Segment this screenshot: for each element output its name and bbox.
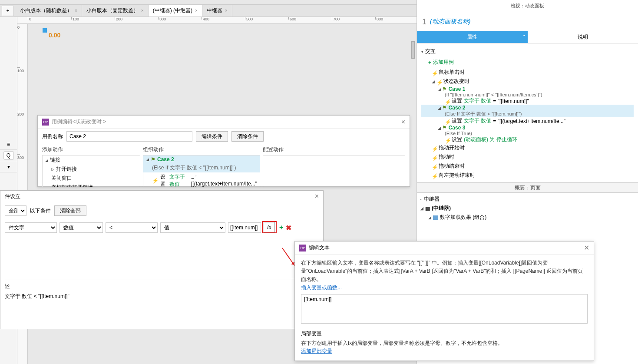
dialog2-title: 件设立 <box>5 193 20 200</box>
org-action-tree[interactable]: ◢⚑Case 2 (Else If 文字于 数值 < "[[Item.num]]… <box>143 155 260 187</box>
condition-summary: 述 文字于 数值 < "[[Item.num]]" <box>5 279 319 303</box>
event-drag[interactable]: ⚡拖动时 <box>421 152 634 162</box>
app-icon: RP <box>42 119 49 126</box>
help-text: 在下方编辑区输入文本，变量名称或表达式要写在 "[[""]]" 中。例如：插入变… <box>301 259 588 284</box>
edit-condition-button[interactable]: 编辑条件 <box>196 131 228 142</box>
value-type-select[interactable]: 值 <box>160 222 225 233</box>
outline-group[interactable]: ◢数字加载效果 (组合) <box>420 213 635 222</box>
case1[interactable]: ◢ ⚑ Case 1 <box>421 86 634 92</box>
case2[interactable]: ◢ ⚑ Case 2 <box>421 105 634 111</box>
inspector-header: 检视：动态面板 <box>417 0 638 12</box>
case2-cond: (Else If 文字于 数值 < "[[Item.num]]") <box>421 111 634 117</box>
close-icon[interactable]: × <box>195 8 198 13</box>
sidebar-tool-1[interactable]: ≡ <box>0 139 17 150</box>
minimap[interactable] <box>411 41 415 59</box>
case3-cond: (Else If True) <box>421 131 634 136</box>
event-drag-start[interactable]: ⚡拖动开始时 <box>421 143 634 152</box>
tab-label: (中继器) (中继器) <box>153 7 192 14</box>
case2-action[interactable]: ⚡ 设置 文字于 数值 = "[[(target.text+Item.num/I… <box>421 117 634 125</box>
condition-builder-dialog: 件设立 × 全部 以下条件 清除全部 件文字 数值 < 值 fx + ✖ 述 文… <box>0 190 324 329</box>
tab-properties[interactable]: 属性• <box>417 31 528 43</box>
match-select[interactable]: 全部 <box>5 205 26 216</box>
outline-body: ▫中继器 ◢▦(中继器) ◢数字加载效果 (组合) <box>417 193 638 224</box>
org-action-header: 组织动作 <box>143 144 260 155</box>
tab-0[interactable]: 小白版本（随机数差）× <box>16 5 82 17</box>
local-var-help: 在下方创建用于插入fx的局部变量，局部变量名称必须是字母、数字，不允许包含空格。 <box>301 339 588 347</box>
match-suffix-label: 以下条件 <box>30 207 51 215</box>
clear-condition-button[interactable]: 清除条件 <box>231 131 264 142</box>
tab-label: 小白版本（随机数差） <box>20 7 72 14</box>
case-name-input[interactable] <box>66 131 192 142</box>
close-icon[interactable]: × <box>315 192 319 200</box>
close-icon[interactable]: × <box>225 8 228 13</box>
add-action-header: 添加动作 <box>42 144 140 155</box>
condition-row: 件文字 数值 < 值 fx + ✖ <box>0 219 323 236</box>
dialog3-title: 编辑文本 <box>309 244 330 251</box>
edit-text-dialog: RP 编辑文本 ✕ 在下方编辑区输入文本，变量名称或表达式要写在 "[[""]]… <box>294 241 594 361</box>
value-input[interactable] <box>228 222 261 233</box>
event-swipe-end[interactable]: ⚡向左拖动结束时 <box>421 171 634 180</box>
outline-header: 概要：页面 <box>417 182 638 193</box>
interaction-section: ▾交互 +添加用例 ⚡鼠标单击时 ◢⚡状态改变时 ◢ ⚑ Case 1 (If … <box>417 43 638 182</box>
sidebar-tool-q[interactable]: Q <box>0 150 17 161</box>
interaction-collapse[interactable]: ▾交互 <box>421 46 634 57</box>
tab-label: 中继器 <box>207 7 222 14</box>
tab-label: 小白版本（固定数差） <box>86 7 139 14</box>
dialog3-titlebar: RP 编辑文本 ✕ <box>295 242 594 255</box>
panel-tabs: 属性• 说明 <box>417 31 638 43</box>
local-var-title: 局部变量 <box>301 330 588 338</box>
target-type-select[interactable]: 件文字 <box>5 222 57 233</box>
operator-select[interactable]: < <box>106 222 158 233</box>
case3-action[interactable]: ⚡ 设置 (动态面板) 为 停止循环 <box>421 136 634 143</box>
clear-all-button[interactable]: 清除全部 <box>54 205 86 216</box>
insert-variable-link[interactable]: 插入变量或函数... <box>301 285 342 291</box>
panel-name[interactable]: (动态面板名称) <box>430 18 470 26</box>
config-action-header: 配置动作 <box>263 144 405 155</box>
widget-select[interactable]: 数值 <box>60 222 103 233</box>
selection-marker[interactable] <box>39 28 47 36</box>
tab-description[interactable]: 说明 <box>528 31 638 43</box>
expression-textarea[interactable] <box>301 294 588 324</box>
case-editor-dialog: RP 用例编辑<状态改变时 > × 用例名称 编辑条件 清除条件 添加动作 ◢链… <box>37 115 410 187</box>
tab-1[interactable]: 小白版本（固定数差）× <box>82 5 149 17</box>
new-tab-button[interactable]: + <box>2 6 14 16</box>
shape-value-text: 0.00 <box>49 32 60 39</box>
add-local-var-link[interactable]: 添加局部变量 <box>301 348 332 354</box>
add-action-tree[interactable]: ◢链接 ▷打开链接 关闭窗口 在框架中打开链接 <box>42 155 140 187</box>
sidebar-tool-dropdown[interactable]: ▾ <box>0 161 17 172</box>
dialog-title: 用例编辑<状态改变时 > <box>52 118 106 126</box>
ruler-horizontal: 0 100 200 300 400 500 600 700 800 <box>17 17 417 24</box>
tab-2[interactable]: (中继器) (中继器)× <box>149 5 202 17</box>
close-icon[interactable]: × <box>141 8 144 13</box>
app-icon: RP <box>299 245 306 251</box>
case1-cond: (If "[[Item.num-num]]" < "[[Item.num/Ite… <box>421 92 634 97</box>
event-state-change[interactable]: ◢⚡状态改变时 <box>421 77 634 86</box>
close-icon[interactable]: ✕ <box>584 244 589 252</box>
add-condition-icon[interactable]: + <box>279 224 283 232</box>
add-case-button[interactable]: +添加用例 <box>421 57 634 68</box>
case3[interactable]: ◢ ⚑ Case 3 <box>421 125 634 131</box>
fx-button[interactable]: fx <box>264 222 275 232</box>
name-label: 用例名称 <box>42 133 63 140</box>
event-click[interactable]: ⚡鼠标单击时 <box>421 68 634 77</box>
close-icon[interactable]: × <box>75 8 77 13</box>
delete-condition-icon[interactable]: ✖ <box>286 224 291 232</box>
folder-icon <box>433 215 438 220</box>
panel-index: 1 <box>422 17 426 26</box>
outline-repeater[interactable]: ▫中继器 <box>420 195 635 204</box>
dialog-titlebar: RP 用例编辑<状态改变时 > × <box>38 116 410 129</box>
summary-label: 述 <box>5 283 319 290</box>
tab-3[interactable]: 中继器× <box>202 5 232 17</box>
config-action-panel[interactable] <box>263 155 405 187</box>
case1-action[interactable]: ⚡ 设置 文字于 数值 = "[[Item.num]]" <box>421 97 634 105</box>
close-icon[interactable]: × <box>401 118 405 126</box>
event-drag-end[interactable]: ⚡拖动结束时 <box>421 162 634 171</box>
panel-title-row: 1 (动态面板名称) <box>417 12 638 31</box>
summary-text: 文字于 数值 < "[[Item.num]]" <box>5 290 319 303</box>
dialog2-titlebar: 件设立 × <box>0 191 323 202</box>
outline-repeater-bold[interactable]: ◢▦(中继器) <box>420 204 635 213</box>
